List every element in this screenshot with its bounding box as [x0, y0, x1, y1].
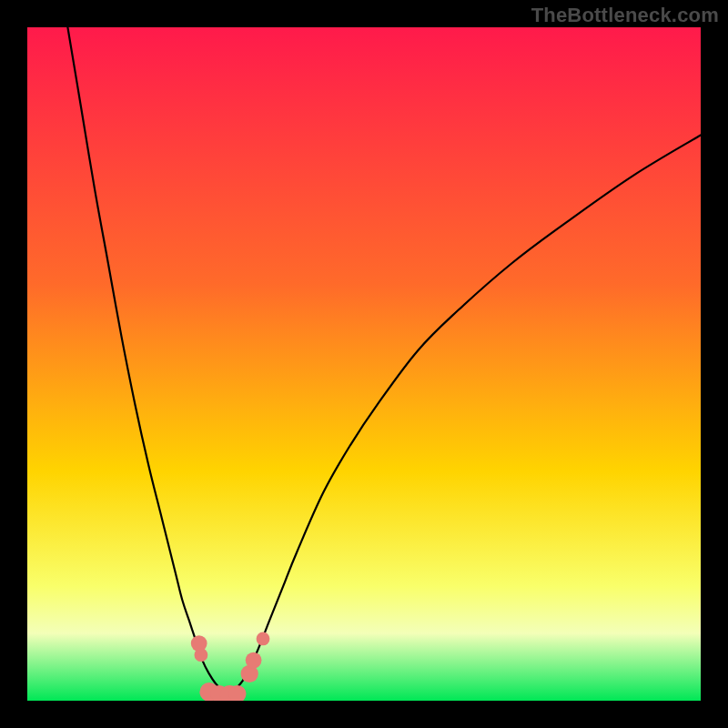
watermark-text: TheBottleneck.com	[531, 4, 719, 27]
data-marker	[257, 632, 270, 646]
gradient-background	[27, 27, 701, 701]
outer-frame: TheBottleneck.com	[0, 0, 728, 728]
data-marker	[195, 648, 208, 662]
bottleneck-chart	[27, 27, 701, 701]
data-marker	[246, 652, 262, 669]
